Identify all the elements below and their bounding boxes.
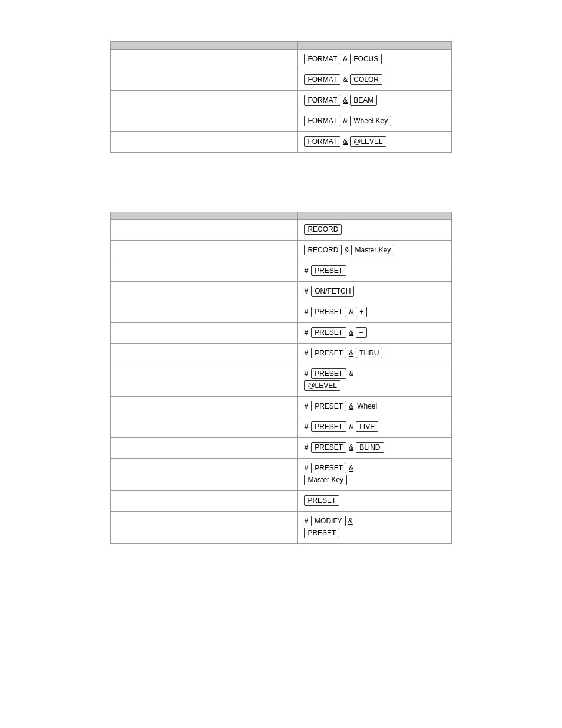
key-button: MODIFY bbox=[311, 516, 346, 526]
ampersand: & bbox=[349, 443, 353, 452]
key-button: FOCUS bbox=[350, 54, 382, 64]
key-button: ON/FETCH bbox=[311, 286, 354, 297]
key-button: PRESET bbox=[311, 307, 346, 317]
key-combination: #ON/FETCH bbox=[304, 286, 445, 297]
row-description bbox=[111, 364, 298, 397]
ampersand: & bbox=[349, 423, 353, 431]
key-button: PRESET bbox=[311, 348, 346, 358]
row-description bbox=[111, 397, 298, 417]
row-keys: #PRESET&Wheel bbox=[298, 397, 452, 417]
table-row: FORMAT&BEAM bbox=[111, 91, 452, 111]
ampersand: & bbox=[349, 370, 353, 378]
table2-header-col1 bbox=[111, 212, 298, 220]
key-button: BEAM bbox=[350, 95, 377, 106]
row-keys: #PRESET&+ bbox=[298, 302, 452, 323]
row-keys: FORMAT&Wheel Key bbox=[298, 111, 452, 132]
row-keys: FORMAT&FOCUS bbox=[298, 50, 452, 70]
key-combination: #PRESET&Master Key bbox=[304, 463, 445, 485]
row-description bbox=[111, 512, 298, 544]
key-button: FORMAT bbox=[304, 54, 340, 64]
table1-header-col2 bbox=[298, 42, 452, 50]
row-keys: #PRESET&BLIND bbox=[298, 438, 452, 459]
row-description bbox=[111, 91, 298, 111]
key-combination: #PRESET&– bbox=[304, 327, 445, 338]
hash-symbol: # bbox=[304, 370, 308, 378]
key-button: PRESET bbox=[311, 463, 346, 473]
key-combination: PRESET bbox=[304, 495, 445, 506]
hash-symbol: # bbox=[304, 423, 308, 431]
key-combination: FORMAT&@LEVEL bbox=[304, 136, 445, 147]
key-button: Master Key bbox=[304, 475, 347, 485]
ampersand: & bbox=[343, 96, 348, 104]
key-button: – bbox=[356, 327, 367, 338]
key-button: PRESET bbox=[311, 421, 346, 432]
key-button: PRESET bbox=[304, 528, 339, 538]
row-keys: RECORD&Master Key bbox=[298, 241, 452, 261]
ampersand: & bbox=[344, 246, 349, 254]
key-combination: #PRESET bbox=[304, 265, 445, 276]
table-row: #PRESET&Master Key bbox=[111, 459, 452, 491]
row-description bbox=[111, 459, 298, 491]
key-button: PRESET bbox=[311, 327, 346, 338]
row-description bbox=[111, 261, 298, 282]
key-button: @LEVEL bbox=[350, 136, 386, 147]
ampersand: & bbox=[349, 308, 353, 316]
key-combination: #MODIFY&PRESET bbox=[304, 516, 445, 538]
key-button: PRESET bbox=[311, 401, 346, 411]
ampersand: & bbox=[349, 349, 353, 357]
key-button: FORMAT bbox=[304, 95, 340, 106]
row-description bbox=[111, 70, 298, 91]
plain-text: Wheel bbox=[357, 402, 377, 410]
key-button: PRESET bbox=[311, 368, 346, 379]
key-combination: #PRESET&@LEVEL bbox=[304, 368, 445, 391]
table-row: PRESET bbox=[111, 491, 452, 512]
row-keys: #PRESET&@LEVEL bbox=[298, 364, 452, 397]
key-combination: RECORD bbox=[304, 224, 445, 235]
hash-symbol: # bbox=[304, 266, 308, 275]
hash-symbol: # bbox=[304, 443, 308, 452]
hash-symbol: # bbox=[304, 402, 308, 410]
table-row: #ON/FETCH bbox=[111, 282, 452, 302]
table2-header-col2 bbox=[298, 212, 452, 220]
key-combination: FORMAT&FOCUS bbox=[304, 54, 445, 64]
table-row: #PRESET&LIVE bbox=[111, 417, 452, 438]
row-keys: #PRESET&LIVE bbox=[298, 417, 452, 438]
hash-symbol: # bbox=[304, 464, 308, 472]
key-button: PRESET bbox=[304, 495, 339, 506]
row-keys: #PRESET&– bbox=[298, 323, 452, 344]
row-keys: #PRESET&THRU bbox=[298, 344, 452, 364]
key-button: PRESET bbox=[311, 442, 346, 453]
row-description bbox=[111, 132, 298, 153]
key-button: LIVE bbox=[356, 421, 378, 432]
row-keys: #MODIFY&PRESET bbox=[298, 512, 452, 544]
key-combination: #PRESET&Wheel bbox=[304, 401, 445, 411]
row-keys: FORMAT&COLOR bbox=[298, 70, 452, 91]
key-button: FORMAT bbox=[304, 136, 340, 147]
table1: FORMAT&FOCUSFORMAT&COLORFORMAT&BEAMFORMA… bbox=[110, 41, 452, 153]
ampersand: & bbox=[343, 75, 348, 84]
key-combination: FORMAT&Wheel Key bbox=[304, 116, 445, 126]
row-keys: #PRESET bbox=[298, 261, 452, 282]
row-description bbox=[111, 241, 298, 261]
key-combination: #PRESET&LIVE bbox=[304, 421, 445, 432]
key-combination: #PRESET&+ bbox=[304, 307, 445, 317]
key-combination: #PRESET&BLIND bbox=[304, 442, 445, 453]
table-row: #PRESET bbox=[111, 261, 452, 282]
table-row: #PRESET&– bbox=[111, 323, 452, 344]
key-combination: FORMAT&BEAM bbox=[304, 95, 445, 106]
table-row: RECORD&Master Key bbox=[111, 241, 452, 261]
table-row: #PRESET&BLIND bbox=[111, 438, 452, 459]
table-row: #PRESET&Wheel bbox=[111, 397, 452, 417]
row-description bbox=[111, 417, 298, 438]
row-description bbox=[111, 302, 298, 323]
key-button: COLOR bbox=[350, 74, 382, 85]
table-row: FORMAT&@LEVEL bbox=[111, 132, 452, 153]
hash-symbol: # bbox=[304, 308, 308, 316]
row-keys: FORMAT&BEAM bbox=[298, 91, 452, 111]
ampersand: & bbox=[349, 402, 353, 410]
row-keys: RECORD bbox=[298, 220, 452, 241]
key-button: FORMAT bbox=[304, 74, 340, 85]
ampersand: & bbox=[343, 137, 348, 146]
key-button: @LEVEL bbox=[304, 380, 340, 391]
table-row: #MODIFY&PRESET bbox=[111, 512, 452, 544]
